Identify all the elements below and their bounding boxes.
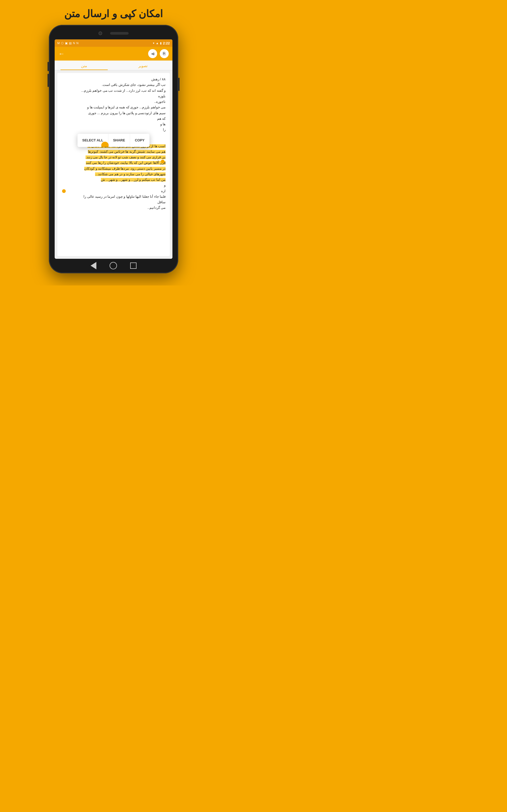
selected-line-6: شهرهای خیالی را می سازند و در هم می شکان… (95, 172, 166, 176)
volume-down-button (48, 74, 49, 87)
battery-icon: ▮ (160, 42, 162, 45)
text-line-3: و گفته اند که تب، لرز دارد... از شدت تب … (61, 88, 166, 94)
earpiece-speaker (110, 32, 129, 35)
status-bar: M ⬡ ▣ ▤ N N ▾ ▲ ▮ 2:22 (55, 39, 172, 47)
copy-document-button[interactable]: ⎘ (160, 49, 169, 58)
text-line-8: که هم (61, 116, 166, 121)
status-icons-left: M ⬡ ▣ ▤ N N (57, 42, 78, 45)
bottom-line-5: می گردانيم.. (61, 205, 166, 211)
page-title: امکان کپی و ارسال متن (64, 8, 163, 19)
selected-line-7: من اما تب میکنم و لرز... و شهر... و شهر.… (101, 178, 166, 182)
text-line-9: ها و (61, 121, 166, 127)
selected-text-block: اسب ها از دو روز قبلش سم میکوبانند. سگ ه… (61, 144, 166, 183)
text-line-4: بلوزه (61, 94, 166, 99)
text-line-1: ۸۸ / رهش (61, 77, 166, 82)
phone-screen: M ⬡ ▣ ▤ N N ▾ ▲ ▮ 2:22 ← (55, 39, 172, 259)
phone-body: M ⬡ ▣ ▤ N N ▾ ▲ ▮ 2:22 ← (49, 25, 178, 273)
nav-recent-button[interactable] (130, 262, 136, 269)
app-header: ← ⊲ ⎘ (55, 47, 172, 60)
share-icon: ⊲ (151, 51, 155, 56)
bottom-line-2: اره (61, 189, 166, 194)
tab-image[interactable]: تصویر (114, 60, 172, 70)
bottom-line-1: و (61, 183, 166, 188)
selected-line-4: قزل آلاها عوض این که بالا بیایند، خودشان… (86, 161, 166, 165)
power-button (178, 78, 180, 91)
context-menu-handle (101, 142, 109, 147)
phone-top-bar (49, 28, 178, 39)
nav-back-button[interactable] (91, 262, 96, 269)
bottom-line-3: فلما جاء أنا جعلنا اليها تناولها و چون ا… (61, 194, 166, 200)
share-menu-item[interactable]: SHARE (108, 134, 130, 147)
phone-device: M ⬡ ▣ ▤ N N ▾ ▲ ▮ 2:22 ← (49, 25, 178, 273)
bottom-line-4: ساقل (61, 200, 166, 205)
wifi-icon: ▾ (153, 42, 155, 45)
status-time: 2:22 (163, 41, 170, 45)
phone-nav-bar (49, 262, 178, 269)
text-line-7: سیم های ارتودنسی و پلاتین ها را بیرون بر… (61, 110, 166, 116)
copy-doc-icon: ⎘ (163, 51, 166, 56)
back-button[interactable]: ← (58, 50, 65, 57)
image-icon: ▣ (65, 42, 68, 45)
text-line-6: می خواهم بلرزم... جوری که همه ی لنزها و … (61, 105, 166, 110)
text-line-10: را (61, 127, 166, 133)
volume-up-button (48, 62, 49, 71)
status-icons-right: ▾ ▲ ▮ 2:22 (153, 41, 170, 45)
share-button[interactable]: ⊲ (148, 49, 157, 58)
copy-menu-item[interactable]: COPY (130, 134, 150, 147)
front-camera (99, 32, 102, 35)
header-action-icons: ⊲ ⎘ (148, 49, 169, 58)
gmail-icon: M (57, 42, 60, 45)
context-menu: COPY SHARE SELECT ALL (77, 134, 150, 147)
phone-icon: ▤ (69, 42, 71, 45)
selected-line-3: بی قراری می کنند و نصف شب تو لانه در جا … (86, 155, 166, 159)
text-line-2: تب اگر بیشتر نشود، جای شکرش باقی است. (61, 82, 166, 88)
layers-icon: ⬡ (61, 42, 64, 45)
notif1-icon: N (73, 42, 75, 45)
selected-line-5: در مسیر پایین دستی رود. مردها ظرف میشکان… (84, 167, 166, 170)
text-line-5: ناجوره.. (61, 99, 166, 105)
signal-icon: ▲ (156, 42, 159, 45)
notif2-icon: N (76, 42, 78, 45)
selected-line-2: هم می سایند. شبش گربه ها خرناس می کشند. … (88, 150, 166, 154)
selection-handle-start (161, 160, 165, 163)
text-card: ۸۸ / رهش تب اگر بیشتر نشود، جای شکرش باق… (57, 73, 170, 256)
selection-handle-end (62, 189, 66, 193)
nav-home-button[interactable] (110, 262, 117, 269)
tab-text[interactable]: متن (55, 60, 114, 70)
tabs-bar: متن تصویر (55, 60, 172, 70)
content-area: ۸۸ / رهش تب اگر بیشتر نشود، جای شکرش باق… (55, 70, 172, 259)
